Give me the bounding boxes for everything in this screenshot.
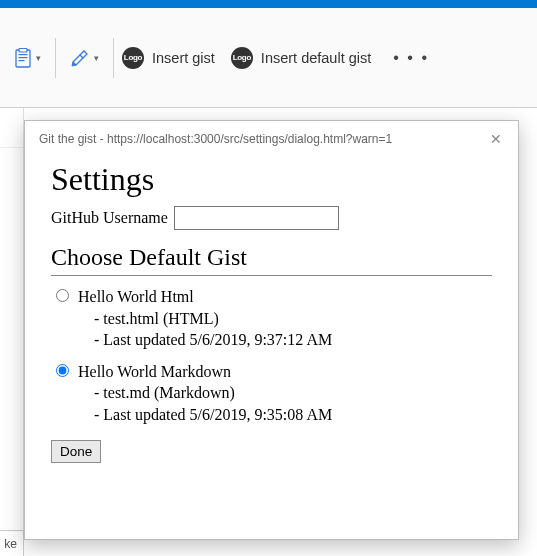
format-painter-button[interactable]: ▾	[66, 44, 103, 72]
logo-icon: Logo	[122, 47, 144, 69]
github-username-input[interactable]	[174, 206, 339, 230]
chevron-down-icon: ▾	[94, 53, 99, 63]
dialog-title-text: Git the gist - https://localhost:3000/sr…	[39, 132, 486, 146]
svg-rect-3	[19, 57, 28, 58]
gist-file-line: - test.md (Markdown)	[78, 382, 332, 404]
dialog-titlebar: Git the gist - https://localhost:3000/sr…	[25, 121, 518, 155]
insert-gist-button[interactable]: Logo Insert gist	[114, 43, 223, 73]
divider	[51, 275, 492, 276]
close-icon[interactable]: ✕	[486, 131, 506, 147]
window-title-bar	[0, 0, 537, 8]
insert-default-gist-button[interactable]: Logo Insert default gist	[223, 43, 379, 73]
gist-updated-line: - Last updated 5/6/2019, 9:35:08 AM	[78, 404, 332, 426]
gist-option-text: Hello World Html - test.html (HTML) - La…	[78, 286, 332, 351]
background-pane: ke	[0, 108, 24, 556]
gist-option-text: Hello World Markdown - test.md (Markdown…	[78, 361, 332, 426]
gist-updated-line: - Last updated 5/6/2019, 9:37:12 AM	[78, 329, 332, 351]
settings-heading: Settings	[51, 161, 492, 198]
gist-option[interactable]: Hello World Html - test.html (HTML) - La…	[51, 286, 492, 351]
gist-file-line: - test.html (HTML)	[78, 308, 332, 330]
chevron-down-icon: ▾	[36, 53, 41, 63]
choose-default-gist-heading: Choose Default Gist	[51, 244, 492, 271]
gist-title: Hello World Html	[78, 286, 332, 308]
insert-default-gist-label: Insert default gist	[261, 50, 371, 66]
more-options-button[interactable]: • • •	[379, 45, 443, 71]
logo-icon: Logo	[231, 47, 253, 69]
svg-rect-4	[19, 60, 25, 61]
insert-gist-label: Insert gist	[152, 50, 215, 66]
svg-rect-1	[19, 48, 27, 52]
dialog-body: Settings GitHub Username Choose Default …	[25, 155, 518, 479]
clipboard-icon	[14, 48, 32, 68]
gist-radio[interactable]	[56, 289, 69, 302]
partial-tab-text: ke	[0, 530, 24, 556]
gist-option[interactable]: Hello World Markdown - test.md (Markdown…	[51, 361, 492, 426]
ribbon-toolbar: ▾ ▾ Logo Insert gist Logo Insert default…	[0, 8, 537, 108]
paste-dropdown-button[interactable]: ▾	[10, 44, 45, 72]
brush-icon	[70, 48, 90, 68]
done-button[interactable]: Done	[51, 440, 101, 463]
github-username-row: GitHub Username	[51, 206, 492, 230]
gist-radio[interactable]	[56, 364, 69, 377]
gist-title: Hello World Markdown	[78, 361, 332, 383]
paste-section: ▾	[0, 8, 55, 107]
github-username-label: GitHub Username	[51, 209, 168, 227]
paint-section: ▾	[56, 8, 113, 107]
settings-dialog: Git the gist - https://localhost:3000/sr…	[24, 120, 519, 540]
svg-rect-2	[19, 54, 28, 55]
